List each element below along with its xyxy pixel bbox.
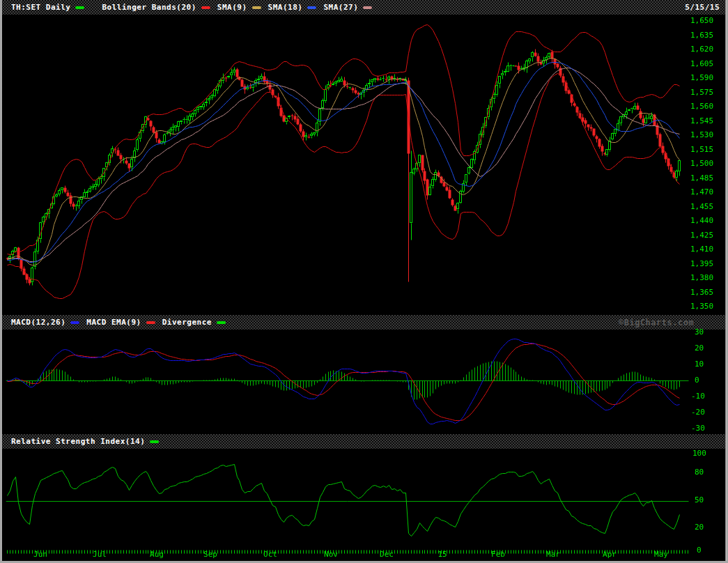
window-border-right bbox=[725, 0, 728, 563]
legend-rsi-label: Relative Strength Index(14) bbox=[11, 437, 145, 446]
symbol-label: TH:SET Daily bbox=[11, 3, 70, 12]
legend-sma27-label: SMA(27) bbox=[323, 3, 358, 12]
rsi-panel bbox=[0, 449, 728, 549]
bigcharts-window: TH:SET Daily Bollinger Bands(20) SMA(9) … bbox=[0, 0, 728, 563]
legend-divergence-label: Divergence bbox=[162, 318, 212, 327]
macd-legend-bar: MACD(12,26) MACD EMA(9) Divergence ©BigC… bbox=[0, 315, 728, 330]
window-border-left bbox=[0, 0, 2, 563]
legend-sma9-label: SMA(9) bbox=[217, 3, 247, 12]
price-panel bbox=[0, 15, 728, 315]
legend-macd-ema-label: MACD EMA(9) bbox=[86, 318, 141, 327]
macd-swatch-icon bbox=[70, 321, 79, 324]
main-legend-bar: TH:SET Daily Bollinger Bands(20) SMA(9) … bbox=[0, 0, 728, 15]
macd-ema-swatch-icon bbox=[146, 321, 155, 324]
sma9-swatch-icon bbox=[252, 6, 261, 9]
bigcharts-watermark: ©BigCharts.com bbox=[619, 318, 694, 327]
bollinger-swatch-icon bbox=[201, 6, 210, 9]
price-series-swatch-icon bbox=[75, 6, 84, 9]
rsi-chart-canvas bbox=[0, 449, 728, 549]
macd-panel bbox=[0, 330, 728, 434]
sma27-swatch-icon bbox=[363, 6, 372, 9]
legend-bollinger-label: Bollinger Bands(20) bbox=[102, 3, 196, 12]
divergence-swatch-icon bbox=[217, 321, 226, 324]
chart-date: 5/15/15 bbox=[685, 0, 720, 15]
rsi-legend-bar: Relative Strength Index(14) bbox=[0, 434, 728, 449]
legend-sma18-label: SMA(18) bbox=[268, 3, 303, 12]
sma18-swatch-icon bbox=[307, 6, 316, 9]
macd-chart-canvas bbox=[0, 330, 728, 434]
rsi-swatch-icon bbox=[150, 440, 159, 443]
legend-macd-label: MACD(12,26) bbox=[11, 318, 65, 327]
price-chart-canvas bbox=[0, 15, 728, 315]
